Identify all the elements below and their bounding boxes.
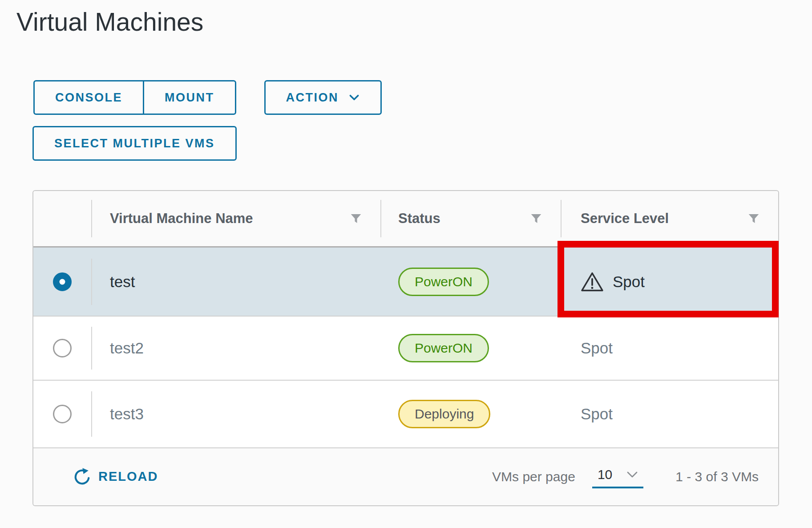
vm-name-cell: test bbox=[91, 248, 380, 316]
console-button[interactable]: CONSOLE bbox=[35, 81, 143, 114]
warning-icon bbox=[581, 272, 604, 292]
service-level-value: Spot bbox=[581, 405, 613, 423]
select-multiple-vms-button[interactable]: SELECT MULTIPLE VMS bbox=[32, 126, 237, 161]
row-select-cell bbox=[33, 317, 91, 379]
radio-unselected[interactable] bbox=[53, 339, 72, 357]
action-button-label: ACTION bbox=[286, 91, 339, 105]
chevron-down-icon bbox=[348, 92, 360, 103]
service-level-cell: Spot bbox=[561, 248, 778, 316]
status-badge: PowerON bbox=[398, 334, 489, 362]
selection-toolbar: SELECT MULTIPLE VMS bbox=[32, 126, 237, 161]
reload-icon bbox=[73, 467, 92, 487]
page-range-label: 1 - 3 of 3 VMs bbox=[675, 469, 759, 484]
mount-button[interactable]: MOUNT bbox=[143, 81, 234, 114]
vm-name-cell: test3 bbox=[91, 381, 380, 447]
service-level-value: Spot bbox=[613, 273, 645, 291]
action-button[interactable]: ACTION bbox=[264, 80, 382, 115]
radio-unselected[interactable] bbox=[53, 405, 72, 423]
status-badge: Deploying bbox=[398, 400, 490, 428]
vm-actions-toolbar: CONSOLE MOUNT ACTION bbox=[33, 80, 382, 115]
header-status-label: Status bbox=[398, 211, 529, 227]
per-page-label: VMs per page bbox=[492, 469, 575, 484]
filter-funnel-icon[interactable] bbox=[747, 212, 760, 225]
row-select-cell bbox=[33, 381, 91, 447]
filter-funnel-icon[interactable] bbox=[349, 212, 363, 225]
vm-name: test2 bbox=[110, 339, 144, 357]
reload-button[interactable]: RELOAD bbox=[73, 467, 158, 487]
table-row-test[interactable]: test PowerON Spot bbox=[33, 248, 778, 317]
page-title: Virtual Machines bbox=[16, 7, 203, 37]
vm-status-cell: PowerON bbox=[380, 248, 561, 316]
vm-datagrid: Virtual Machine Name Status Service Leve… bbox=[32, 190, 779, 506]
per-page-value: 10 bbox=[598, 467, 612, 482]
console-mount-button-group: CONSOLE MOUNT bbox=[33, 80, 236, 115]
header-status[interactable]: Status bbox=[380, 191, 561, 246]
datagrid-header: Virtual Machine Name Status Service Leve… bbox=[33, 191, 778, 248]
vm-name: test3 bbox=[110, 405, 144, 423]
service-level-cell: Spot bbox=[561, 381, 778, 447]
vm-status-cell: Deploying bbox=[380, 381, 561, 447]
chevron-down-icon bbox=[626, 468, 639, 481]
radio-selected[interactable] bbox=[53, 272, 72, 291]
row-select-cell bbox=[33, 248, 91, 316]
header-vm-name[interactable]: Virtual Machine Name bbox=[91, 191, 380, 246]
header-radio-column bbox=[33, 191, 91, 246]
per-page-select[interactable]: 10 bbox=[592, 465, 643, 488]
filter-funnel-icon[interactable] bbox=[529, 212, 543, 225]
vm-name-cell: test2 bbox=[91, 317, 380, 379]
service-level-cell: Spot bbox=[561, 317, 778, 379]
status-badge: PowerON bbox=[398, 268, 489, 296]
header-service-level-label: Service Level bbox=[581, 211, 747, 227]
header-vm-name-label: Virtual Machine Name bbox=[110, 211, 349, 227]
table-row-test2[interactable]: test2 PowerON Spot bbox=[33, 317, 778, 380]
vm-status-cell: PowerON bbox=[380, 317, 561, 379]
header-service-level[interactable]: Service Level bbox=[561, 191, 778, 246]
datagrid-footer: RELOAD VMs per page 10 1 - 3 of 3 VMs bbox=[33, 448, 778, 505]
table-row-test3[interactable]: test3 Deploying Spot bbox=[33, 381, 778, 448]
reload-label: RELOAD bbox=[98, 469, 158, 484]
service-level-value: Spot bbox=[581, 339, 613, 357]
pagination-controls: VMs per page 10 1 - 3 of 3 VMs bbox=[492, 465, 759, 488]
vm-name: test bbox=[110, 273, 135, 291]
